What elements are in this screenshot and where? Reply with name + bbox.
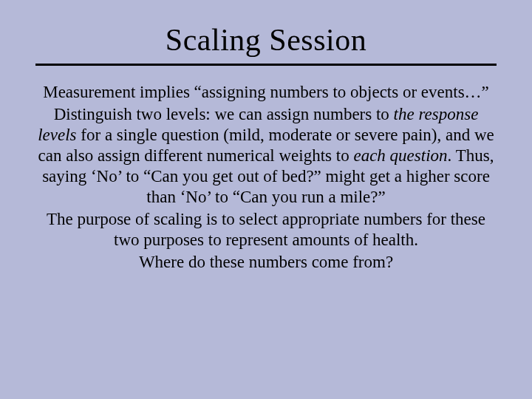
slide-title: Scaling Session — [35, 22, 497, 58]
slide-body: Measurement implies “assigning numbers t… — [35, 82, 497, 273]
paragraph-2: Distinguish two levels: we can assign nu… — [35, 104, 497, 208]
title-underline — [35, 64, 497, 66]
p2-italic-each-question: each question — [353, 146, 447, 165]
p2-text-a: Distinguish two levels: we can assign nu… — [54, 105, 394, 123]
paragraph-3: The purpose of scaling is to select appr… — [35, 209, 497, 250]
paragraph-1: Measurement implies “assigning numbers t… — [35, 82, 497, 103]
slide: Scaling Session Measurement implies “ass… — [0, 0, 532, 399]
paragraph-4: Where do these numbers come from? — [35, 252, 497, 273]
